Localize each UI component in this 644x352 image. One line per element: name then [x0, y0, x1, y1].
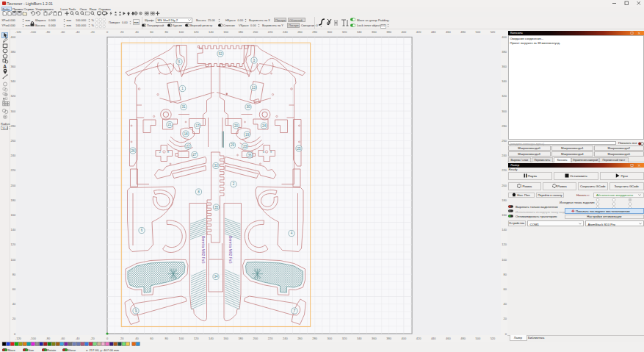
svg-text:300: 300 — [502, 109, 507, 113]
svg-text:180: 180 — [11, 198, 16, 202]
svg-text:60: 60 — [150, 337, 153, 340]
svg-text:300: 300 — [11, 109, 16, 113]
svg-text:360: 360 — [372, 337, 377, 340]
svg-text:35: 35 — [214, 206, 219, 209]
svg-text:29: 29 — [231, 143, 235, 147]
svg-text:360: 360 — [502, 65, 507, 68]
svg-text:380: 380 — [11, 50, 16, 54]
svg-text:23: 23 — [243, 145, 247, 148]
svg-text:340: 340 — [357, 337, 362, 340]
svg-text:-40: -40 — [76, 337, 81, 340]
svg-text:8: 8 — [198, 190, 200, 194]
svg-text:21: 21 — [167, 123, 172, 126]
svg-text:240: 240 — [11, 154, 16, 157]
svg-text:-20: -20 — [90, 337, 95, 340]
svg-text:260: 260 — [297, 337, 303, 340]
svg-text:Beretta M92 FsS: Beretta M92 FsS — [201, 236, 206, 264]
svg-text:5: 5 — [178, 60, 181, 64]
svg-text:200: 200 — [502, 184, 507, 187]
svg-text:20: 20 — [504, 317, 507, 320]
svg-text:340: 340 — [11, 79, 16, 83]
svg-text:180: 180 — [502, 198, 507, 202]
svg-text:380: 380 — [386, 337, 391, 340]
svg-text:300: 300 — [328, 337, 333, 340]
svg-text:120: 120 — [502, 243, 507, 246]
svg-text:0: 0 — [106, 337, 109, 340]
svg-text:240: 240 — [502, 154, 507, 157]
svg-text:2: 2 — [233, 182, 235, 186]
svg-text:80: 80 — [504, 273, 507, 276]
svg-text:26: 26 — [131, 149, 135, 153]
svg-text:120: 120 — [194, 337, 199, 340]
svg-text:320: 320 — [502, 94, 507, 98]
svg-text:33: 33 — [214, 164, 218, 168]
svg-text:20: 20 — [120, 337, 124, 340]
svg-text:280: 280 — [502, 124, 507, 128]
svg-text:24: 24 — [262, 124, 267, 128]
svg-text:260: 260 — [11, 139, 16, 143]
svg-text:400: 400 — [11, 35, 16, 39]
svg-text:-120: -120 — [15, 337, 22, 340]
svg-text:100: 100 — [179, 337, 184, 340]
svg-text:100: 100 — [11, 258, 16, 262]
svg-text:34: 34 — [214, 275, 218, 279]
svg-text:160: 160 — [11, 213, 16, 217]
svg-text:1: 1 — [181, 87, 184, 90]
svg-text:140: 140 — [209, 337, 214, 340]
svg-text:17: 17 — [195, 124, 200, 128]
svg-text:9: 9 — [135, 309, 137, 313]
svg-text:100: 100 — [502, 258, 507, 262]
svg-text:400: 400 — [502, 35, 507, 39]
svg-text:320: 320 — [11, 94, 16, 98]
svg-text:120: 120 — [11, 243, 16, 246]
svg-text:-60: -60 — [61, 337, 66, 340]
svg-text:22: 22 — [186, 145, 190, 148]
svg-text:18: 18 — [184, 132, 188, 136]
svg-text:25: 25 — [297, 147, 301, 151]
svg-text:340: 340 — [502, 79, 507, 83]
svg-text:380: 380 — [502, 50, 507, 54]
svg-text:13: 13 — [252, 86, 256, 90]
svg-text:7: 7 — [294, 309, 296, 313]
svg-text:280: 280 — [11, 124, 16, 128]
svg-text:520: 520 — [491, 337, 496, 340]
svg-text:3: 3 — [253, 59, 256, 62]
svg-text:200: 200 — [11, 184, 16, 187]
svg-text:320: 320 — [342, 337, 347, 340]
svg-text:160: 160 — [502, 213, 507, 217]
svg-text:200: 200 — [253, 337, 258, 340]
svg-text:140: 140 — [502, 228, 507, 231]
svg-text:160: 160 — [223, 337, 228, 340]
svg-text:20: 20 — [234, 124, 239, 128]
svg-text:60: 60 — [504, 287, 507, 291]
svg-text:420: 420 — [416, 337, 422, 340]
svg-text:4: 4 — [291, 231, 293, 235]
svg-text:19: 19 — [245, 133, 250, 137]
svg-text:280: 280 — [312, 337, 317, 340]
svg-text:Beretta M92 FsS: Beretta M92 FsS — [228, 236, 233, 264]
svg-text:-80: -80 — [46, 337, 51, 340]
svg-text:220: 220 — [268, 337, 273, 340]
svg-text:460: 460 — [446, 337, 451, 340]
svg-text:52: 52 — [218, 52, 222, 56]
svg-text:27: 27 — [192, 153, 197, 157]
svg-text:31: 31 — [181, 105, 186, 109]
svg-text:360: 360 — [11, 65, 16, 68]
svg-text:400: 400 — [401, 337, 406, 340]
svg-text:-100: -100 — [30, 337, 37, 340]
svg-text:220: 220 — [11, 168, 16, 172]
svg-text:36: 36 — [247, 154, 252, 157]
svg-text:80: 80 — [165, 337, 169, 340]
svg-text:140: 140 — [11, 228, 16, 231]
svg-text:240: 240 — [283, 337, 288, 340]
svg-text:30: 30 — [246, 105, 250, 109]
svg-text:40: 40 — [135, 337, 139, 340]
svg-text:220: 220 — [502, 168, 507, 172]
svg-text:A: A — [3, 64, 7, 69]
svg-text:6: 6 — [141, 229, 143, 232]
svg-text:480: 480 — [460, 337, 466, 340]
svg-text:260: 260 — [502, 139, 507, 143]
svg-text:40: 40 — [504, 302, 507, 306]
svg-text:180: 180 — [238, 337, 243, 340]
svg-text:500: 500 — [475, 337, 480, 340]
